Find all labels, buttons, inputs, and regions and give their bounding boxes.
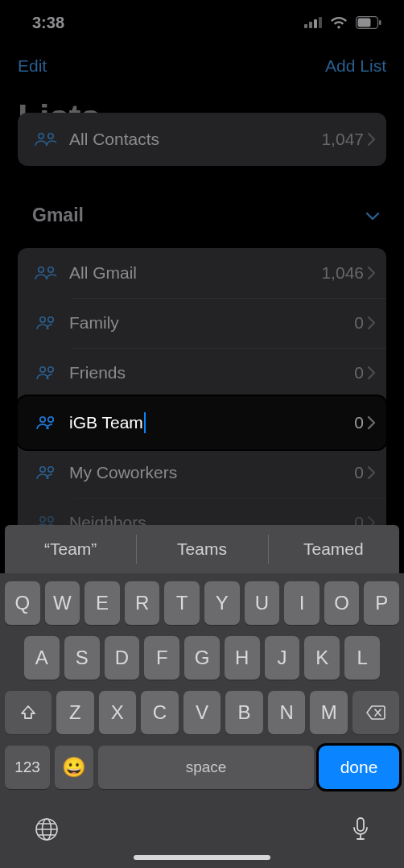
key-l[interactable]: L [344, 636, 380, 680]
prediction-1[interactable]: “Team” [5, 525, 136, 573]
key-c[interactable]: C [141, 691, 179, 734]
svg-point-12 [48, 317, 53, 322]
prediction-3[interactable]: Teamed [268, 525, 399, 573]
people-icon [29, 315, 64, 331]
svg-rect-23 [357, 818, 364, 831]
row-count: 1,046 [321, 263, 364, 283]
row-label: My Coworkers [69, 463, 354, 482]
nav-bar: Edit Add List [0, 56, 404, 76]
people-icon [29, 131, 64, 147]
list-row-coworkers[interactable]: My Coworkers 0 [18, 448, 386, 498]
shift-icon [19, 704, 37, 721]
chevron-right-icon [367, 266, 377, 280]
svg-point-19 [40, 417, 45, 422]
chevron-right-icon [367, 415, 377, 430]
row-label: Friends [69, 363, 354, 382]
row-label: Family [69, 313, 354, 333]
status-bar: 3:38 [0, 0, 404, 45]
key-b[interactable]: B [225, 691, 263, 734]
key-g[interactable]: G [184, 636, 220, 680]
key-w[interactable]: W [45, 581, 80, 625]
backspace-icon [365, 705, 386, 721]
row-count: 0 [354, 313, 364, 333]
svg-point-8 [48, 134, 53, 138]
svg-rect-2 [314, 19, 317, 28]
edit-button[interactable]: Edit [18, 56, 47, 76]
svg-rect-0 [304, 24, 307, 28]
key-d[interactable]: D [105, 636, 140, 680]
svg-point-17 [40, 517, 45, 522]
predictive-bar: “Team” Teams Teamed [5, 525, 399, 573]
all-contacts-count: 1,047 [321, 130, 364, 149]
wifi-icon [330, 16, 348, 29]
key-i[interactable]: I [284, 581, 319, 625]
svg-point-10 [48, 267, 53, 272]
status-time: 3:38 [32, 14, 64, 32]
svg-point-20 [48, 417, 53, 422]
people-icon [29, 265, 64, 281]
key-y[interactable]: Y [204, 581, 240, 625]
svg-point-9 [39, 267, 43, 272]
mic-icon[interactable] [351, 816, 370, 842]
chevron-right-icon [367, 132, 377, 147]
svg-point-16 [48, 467, 53, 472]
list-name-input[interactable]: iGB Team [69, 412, 354, 433]
row-count: 0 [354, 463, 364, 482]
chevron-down-icon [365, 211, 380, 221]
key-k[interactable]: K [304, 636, 340, 680]
section-title: Gmail [32, 205, 84, 226]
key-shift[interactable] [5, 691, 52, 734]
key-t[interactable]: T [164, 581, 200, 625]
key-s[interactable]: S [64, 636, 100, 680]
key-j[interactable]: J [265, 636, 300, 680]
all-contacts-label: All Contacts [69, 130, 321, 149]
svg-point-7 [39, 134, 43, 138]
keyboard: Q W E R T Y U I O P A S D F G H J K L Z [0, 573, 404, 868]
svg-rect-3 [319, 17, 322, 28]
key-emoji[interactable]: 😀 [55, 746, 93, 789]
row-label: All Gmail [69, 263, 321, 283]
list-row-friends[interactable]: Friends 0 [18, 348, 386, 398]
key-backspace[interactable] [352, 691, 399, 734]
key-z[interactable]: Z [56, 691, 94, 734]
svg-rect-6 [379, 20, 381, 25]
key-r[interactable]: R [125, 581, 160, 625]
key-h[interactable]: H [225, 636, 260, 680]
home-indicator[interactable] [134, 855, 270, 860]
section-header-gmail[interactable]: Gmail [32, 205, 380, 226]
globe-icon[interactable] [34, 816, 60, 842]
svg-rect-5 [358, 19, 371, 27]
key-space[interactable]: space [98, 746, 314, 789]
key-e[interactable]: E [85, 581, 120, 625]
key-n[interactable]: N [268, 691, 306, 734]
key-q[interactable]: Q [5, 581, 40, 625]
list-row-all-gmail[interactable]: All Gmail 1,046 [18, 248, 386, 298]
key-f[interactable]: F [144, 636, 179, 680]
key-v[interactable]: V [183, 691, 221, 734]
svg-rect-1 [309, 22, 312, 28]
svg-point-14 [48, 367, 53, 372]
add-list-button[interactable]: Add List [325, 56, 386, 76]
battery-icon [356, 16, 381, 29]
list-row-editing[interactable]: iGB Team 0 [18, 396, 386, 449]
all-contacts-row[interactable]: All Contacts 1,047 [18, 113, 386, 166]
row-count: 0 [354, 413, 364, 432]
key-a[interactable]: A [24, 636, 60, 680]
key-numbers[interactable]: 123 [5, 746, 50, 789]
key-p[interactable]: P [364, 581, 399, 625]
svg-point-15 [40, 467, 45, 472]
key-u[interactable]: U [245, 581, 280, 625]
chevron-right-icon [367, 366, 377, 380]
cellular-icon [304, 17, 322, 28]
people-icon [29, 415, 64, 431]
text-caret [144, 412, 146, 433]
key-m[interactable]: M [310, 691, 348, 734]
people-icon [29, 465, 64, 481]
key-done[interactable]: done [319, 746, 399, 789]
prediction-2[interactable]: Teams [136, 525, 267, 573]
row-count: 0 [354, 363, 364, 382]
key-o[interactable]: O [324, 581, 360, 625]
svg-point-18 [48, 517, 53, 522]
key-x[interactable]: X [99, 691, 137, 734]
list-row-family[interactable]: Family 0 [18, 298, 386, 348]
